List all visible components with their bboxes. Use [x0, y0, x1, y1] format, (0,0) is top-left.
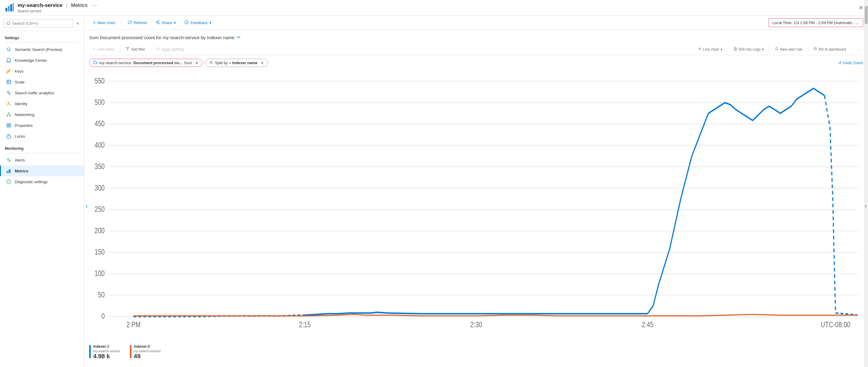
undo-zoom-button[interactable]: ↺ Undo Zoom: [838, 61, 863, 65]
svg-text:250: 250: [95, 205, 105, 213]
svg-rect-15: [7, 136, 10, 138]
sidebar-item-label: Keys: [15, 69, 24, 73]
metrics-sep-4: [769, 47, 770, 53]
sidebar-item-properties[interactable]: Properties: [0, 120, 84, 131]
svg-point-8: [8, 113, 9, 114]
feedback-label: Feedback: [190, 21, 208, 25]
legend-item-indexer-2: indexer-2 my-search-service 49: [130, 344, 161, 360]
drill-into-logs-button[interactable]: Drill into Logs ▾: [731, 45, 767, 53]
svg-rect-3: [13, 3, 14, 11]
edit-chart-title-icon[interactable]: ✏: [237, 35, 241, 40]
metric-pill-remove[interactable]: ✕: [195, 61, 198, 65]
metrics-sep-6: [851, 47, 852, 53]
sidebar-item-search-traffic-analytics[interactable]: Search traffic analytics: [0, 87, 84, 98]
legend-text-2: indexer-2 my-search-service 49: [134, 344, 161, 360]
sidebar-item-networking[interactable]: Networking: [0, 109, 84, 120]
search-input[interactable]: [4, 19, 73, 27]
legend-value-2: 49: [134, 353, 161, 360]
undo-zoom-label: Undo Zoom: [843, 61, 863, 65]
svg-rect-12: [9, 124, 10, 125]
refresh-label: Refresh: [133, 21, 147, 25]
sidebar-item-identity[interactable]: Identity: [0, 98, 84, 109]
line-chart-chevron-icon: ▾: [721, 47, 722, 52]
new-alert-rule-button[interactable]: New alert rule: [772, 45, 805, 53]
feedback-button[interactable]: Feedback ▾: [181, 19, 215, 27]
svg-point-36: [815, 48, 816, 49]
sidebar-item-semantic-search[interactable]: Semantic Search (Preview): [0, 44, 84, 55]
cloud-icon: [93, 60, 97, 65]
scrollbar[interactable]: [864, 16, 868, 367]
title-more-button[interactable]: ···: [93, 2, 97, 8]
chart-container: Sum Document processed count for my-sear…: [84, 30, 868, 367]
chart-nav-left-button[interactable]: ‹: [86, 202, 88, 209]
svg-text:2:30: 2:30: [470, 320, 482, 327]
sidebar-collapse-button[interactable]: «: [74, 18, 82, 28]
new-chart-button[interactable]: + New chart: [89, 18, 119, 27]
metric-pill[interactable]: my-search-service. Document processed co…: [89, 59, 203, 67]
sidebar-item-label: Knowledge Center: [15, 58, 47, 63]
add-metric-button[interactable]: Add metric: [89, 45, 118, 53]
pin-to-dashboard-button[interactable]: Pin to dashboard: [810, 45, 849, 53]
svg-rect-13: [9, 126, 10, 127]
svg-text:200: 200: [95, 226, 105, 235]
scale-icon: [6, 79, 12, 85]
line-chart-label: Line chart: [703, 47, 719, 52]
share-icon: [156, 20, 160, 25]
svg-text:50: 50: [98, 290, 104, 299]
drill-logs-label: Drill into Logs: [739, 47, 761, 52]
svg-text:100: 100: [95, 269, 105, 277]
chart-nav-right-button[interactable]: ›: [865, 202, 867, 209]
add-metric-icon: [92, 47, 96, 52]
sidebar-item-scale[interactable]: Scale: [0, 77, 84, 87]
monitoring-divider: [5, 153, 79, 153]
time-range-picker[interactable]: Local Time: 1/3 1:59 PM - 2:59 PM (Autom…: [769, 19, 863, 27]
knowledge-icon: [6, 57, 12, 63]
share-button[interactable]: Share ▾: [152, 19, 180, 27]
svg-text:500: 500: [95, 98, 105, 106]
svg-marker-30: [126, 48, 129, 50]
settings-section: Settings Semantic Search (Preview) Knowl…: [0, 31, 84, 142]
svg-rect-6: [7, 80, 10, 84]
legend-value-1: 4.98 k: [93, 353, 120, 360]
svg-rect-1: [8, 6, 10, 11]
sidebar-item-knowledge-center[interactable]: Knowledge Center: [0, 55, 84, 66]
svg-line-23: [157, 22, 158, 23]
sidebar-item-alerts[interactable]: Alerts: [0, 155, 84, 165]
plus-icon: +: [93, 20, 96, 25]
legend-label-2: indexer-2: [134, 344, 161, 348]
scrollbar-thumb[interactable]: [865, 16, 868, 24]
sidebar-item-diagnostic-settings[interactable]: Diagnostic settings: [0, 176, 84, 187]
svg-text:UTC-08:00: UTC-08:00: [821, 320, 850, 327]
add-filter-button[interactable]: Add filter: [123, 45, 148, 53]
feedback-chevron-icon: ▾: [210, 21, 212, 25]
chart-legend: indexer-1 my-search-service 4.98 k index…: [89, 342, 863, 362]
split-pill-label: Split by = Indexer name: [215, 61, 257, 65]
chart-svg: .grid-line{stroke:#e8e8e8;stroke-width:1…: [89, 70, 863, 327]
sidebar-item-metrics[interactable]: Metrics: [0, 165, 84, 176]
pills-row: my-search-service. Document processed co…: [89, 59, 863, 67]
svg-text:350: 350: [95, 162, 105, 171]
service-sub-label: Search service: [18, 9, 97, 13]
apply-splitting-button[interactable]: Apply splitting: [153, 45, 187, 53]
more-options-button[interactable]: ···: [854, 46, 863, 53]
metrics-right-buttons: Line chart ▾ Drill into Logs ▾: [695, 45, 863, 53]
toolbar: + New chart Refresh Share ▾: [84, 16, 868, 30]
split-pill[interactable]: Split by = Indexer name ✕: [205, 59, 268, 67]
feedback-icon: [184, 20, 189, 25]
svg-text:2 PM: 2 PM: [126, 320, 141, 327]
metrics-icon: [6, 168, 12, 174]
refresh-button[interactable]: Refresh: [124, 19, 151, 27]
sidebar-item-locks[interactable]: Locks: [0, 131, 84, 142]
split-pill-remove[interactable]: ✕: [260, 61, 264, 65]
sidebar-item-keys[interactable]: Keys: [0, 66, 84, 77]
close-button[interactable]: ✕: [859, 4, 863, 11]
lock-icon: [6, 133, 12, 139]
content-area: « Settings Semantic Search (Preview) Kno…: [0, 16, 868, 367]
share-label: Share: [161, 21, 172, 25]
svg-point-21: [156, 22, 157, 23]
new-alert-rule-label: New alert rule: [780, 47, 802, 52]
line-chart-button[interactable]: Line chart ▾: [695, 45, 725, 53]
key-icon: [6, 68, 12, 74]
line-chart-icon: [698, 47, 702, 52]
legend-sub-2: my-search-service: [134, 349, 161, 353]
